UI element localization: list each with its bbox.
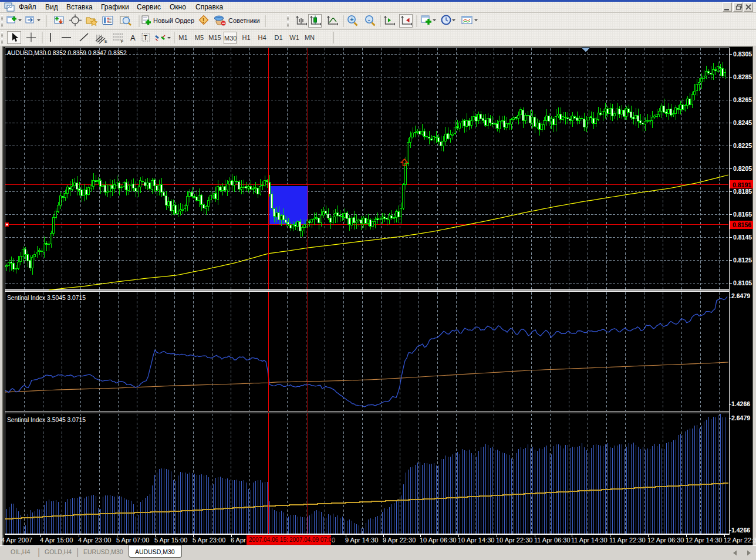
svg-text:0.8165: 0.8165 (733, 211, 752, 218)
svg-text:11 Apr 06:30: 11 Apr 06:30 (534, 537, 571, 544)
svg-text:0.8305: 0.8305 (733, 50, 752, 58)
svg-text:10 Apr 14:30: 10 Apr 14:30 (458, 537, 494, 544)
svg-text:0.8265: 0.8265 (733, 96, 752, 103)
svg-text:T: T (144, 34, 148, 41)
svg-text:9 Apr 14:30: 9 Apr 14:30 (345, 537, 378, 544)
svg-text:0.8105: 0.8105 (733, 279, 752, 286)
svg-text:0.8125: 0.8125 (733, 257, 752, 264)
svg-text:0.8191: 0.8191 (733, 181, 751, 188)
svg-text:5 Apr 15:00: 5 Apr 15:00 (154, 537, 187, 544)
svg-text:2007.04.06 15:: 2007.04.06 15: (249, 537, 288, 543)
svg-text:5 Apr 23:00: 5 Apr 23:00 (193, 537, 225, 544)
svg-text:2007.04.09 07:00: 2007.04.09 07:00 (289, 537, 335, 543)
svg-text:+: + (350, 16, 353, 23)
svg-text:12 Apr 22:30: 12 Apr 22:30 (724, 537, 756, 544)
svg-text:F: F (121, 39, 123, 43)
svg-text:10 Apr 22:30: 10 Apr 22:30 (496, 537, 532, 544)
svg-text:5 Apr 07:00: 5 Apr 07:00 (116, 537, 149, 544)
svg-text:1.4266: 1.4266 (731, 527, 750, 534)
svg-text:AUDUSD,M30 0.8352 0.8359 0.83: AUDUSD,M30 0.8352 0.8359 0.8347 0.8352 (7, 50, 127, 56)
svg-text:4 Apr 2007: 4 Apr 2007 (1, 537, 32, 544)
svg-text:12 Apr 06:30: 12 Apr 06:30 (647, 537, 684, 544)
svg-text:2.6479: 2.6479 (731, 292, 750, 299)
svg-text:0.8185: 0.8185 (733, 188, 752, 195)
svg-text:0.8225: 0.8225 (733, 142, 752, 149)
svg-text:Sentinal Index 3.5045 3.0715: Sentinal Index 3.5045 3.0715 (7, 417, 86, 423)
svg-text:2.6479: 2.6479 (731, 414, 750, 421)
svg-text:6 Apr: 6 Apr (231, 537, 246, 544)
svg-text:0.8285: 0.8285 (733, 73, 752, 80)
svg-text:11 Apr 22:30: 11 Apr 22:30 (609, 537, 646, 544)
svg-text:4 Apr 15:00: 4 Apr 15:00 (40, 537, 73, 544)
svg-text:0.8145: 0.8145 (733, 234, 752, 241)
svg-text:0.8245: 0.8245 (733, 119, 752, 126)
svg-text:12 Apr 14:30: 12 Apr 14:30 (686, 537, 722, 544)
svg-text:-: - (368, 16, 370, 23)
svg-text:4 Apr 23:00: 4 Apr 23:00 (78, 537, 111, 544)
svg-text:9 Apr 22:30: 9 Apr 22:30 (383, 537, 416, 544)
svg-text:1.4266: 1.4266 (731, 400, 750, 407)
svg-text:0.8205: 0.8205 (733, 165, 752, 172)
svg-text:A: A (130, 33, 136, 42)
svg-text:10 Apr 06:30: 10 Apr 06:30 (420, 537, 456, 544)
svg-text:0.8156: 0.8156 (733, 221, 751, 228)
svg-text:Sentinal Index 3.5045 3.0715: Sentinal Index 3.5045 3.0715 (7, 295, 86, 301)
svg-text:E: E (104, 39, 107, 43)
svg-text:11 Apr 14:30: 11 Apr 14:30 (571, 537, 608, 544)
